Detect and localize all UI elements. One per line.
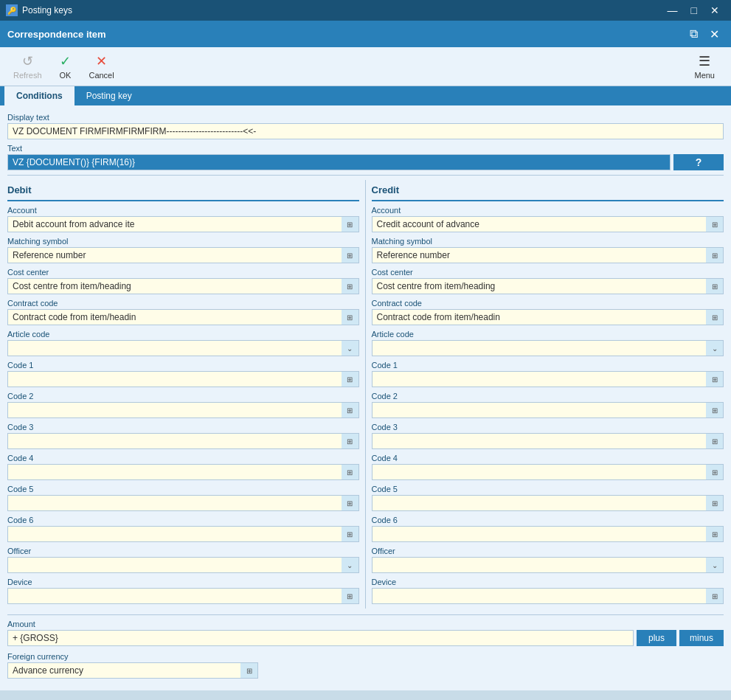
minimize-button[interactable]: — [662,3,684,18]
credit-code2-dropdown[interactable]: ⊞ [706,402,724,418]
debit-article-label: Article code [7,330,359,339]
credit-device-dropdown[interactable]: ⊞ [706,588,724,604]
credit-code6-label: Code 6 [372,516,724,524]
credit-officer-input[interactable] [372,557,724,573]
tab-conditions[interactable]: Conditions [4,86,75,105]
credit-code2-input[interactable] [372,402,724,418]
credit-account-dropdown[interactable]: ⊞ [706,216,724,232]
credit-article-dropdown[interactable]: ⌄ [706,340,724,356]
credit-code4-input[interactable] [372,464,724,480]
ok-icon: ✓ [60,53,71,69]
debit-code5-input[interactable] [7,495,359,511]
credit-article-row: Article code ⌄ [372,330,724,356]
credit-contract-row: Contract code ⊞ [372,299,724,325]
credit-device-label: Device [372,578,724,586]
debit-code5-row: Code 5 ⊞ [7,485,359,511]
credit-code4-label: Code 4 [372,454,724,462]
debit-contract-input[interactable] [7,309,359,325]
foreign-currency-dropdown[interactable]: ⊞ [240,662,258,679]
credit-costcenter-input[interactable] [372,278,724,294]
credit-matching-label: Matching symbol [372,237,724,246]
debit-matching-row: Matching symbol ⊞ [7,237,359,263]
credit-device-input[interactable] [372,588,724,604]
display-text-input[interactable] [7,123,724,139]
ok-button[interactable]: ✓ OK [52,50,79,83]
credit-code3-dropdown[interactable]: ⊞ [706,433,724,449]
credit-article-input[interactable] [372,340,724,356]
debit-officer-dropdown[interactable]: ⌄ [342,557,359,573]
credit-code6-dropdown[interactable]: ⊞ [706,526,724,542]
debit-code1-dropdown[interactable]: ⊞ [342,371,359,387]
debit-officer-input[interactable] [7,557,359,573]
debit-code2-dropdown[interactable]: ⊞ [342,402,359,418]
credit-code3-label: Code 3 [372,423,724,432]
debit-code6-input[interactable] [7,526,359,542]
tab-posting-key[interactable]: Posting key [75,86,144,105]
debit-code4-input[interactable] [7,464,359,480]
debit-code1-input[interactable] [7,371,359,387]
maximize-button[interactable]: □ [685,3,703,18]
debit-article-input[interactable] [7,340,359,356]
debit-device-input[interactable] [7,588,359,604]
credit-code4-row: Code 4 ⊞ [372,454,724,480]
debit-contract-dropdown[interactable]: ⊞ [342,309,359,325]
debit-device-dropdown[interactable]: ⊞ [342,588,359,604]
debit-code1-label: Code 1 [7,361,359,370]
window-ctrl-close[interactable]: ✕ [705,26,724,43]
credit-matching-input[interactable] [372,247,724,263]
credit-code5-dropdown[interactable]: ⊞ [706,495,724,511]
debit-costcenter-dropdown[interactable]: ⊞ [342,278,359,294]
plus-button[interactable]: plus [637,630,676,646]
text-row: Text ? [7,144,724,170]
credit-code6-input[interactable] [372,526,724,542]
text-input[interactable] [7,154,671,170]
debit-code1-row: Code 1 ⊞ [7,361,359,387]
debit-costcenter-input[interactable] [7,278,359,294]
foreign-currency-input[interactable] [7,662,258,679]
debit-code4-dropdown[interactable]: ⊞ [342,464,359,480]
display-text-row: Display text [7,113,724,139]
credit-account-input[interactable] [372,216,724,232]
debit-device-row: Device ⊞ [7,578,359,604]
credit-code3-input[interactable] [372,433,724,449]
debit-account-row: Account ⊞ [7,206,359,232]
debit-matching-dropdown[interactable]: ⊞ [342,247,359,263]
debit-account-dropdown[interactable]: ⊞ [342,216,359,232]
main-content: Display text Text ? Debit Account ⊞ [0,105,731,690]
debit-code6-dropdown[interactable]: ⊞ [342,526,359,542]
credit-code1-label: Code 1 [372,361,724,370]
foreign-currency-section: Foreign currency ⊞ [7,652,724,679]
title-bar-text: Posting keys [22,5,72,15]
debit-account-input[interactable] [7,216,359,232]
credit-code1-dropdown[interactable]: ⊞ [706,371,724,387]
debit-code3-row: Code 3 ⊞ [7,423,359,449]
debit-code3-label: Code 3 [7,423,359,432]
credit-code5-input[interactable] [372,495,724,511]
refresh-button[interactable]: ↺ Refresh [6,50,49,83]
credit-contract-dropdown[interactable]: ⊞ [706,309,724,325]
debit-matching-input[interactable] [7,247,359,263]
cancel-button[interactable]: ✕ Cancel [81,50,121,83]
amount-label: Amount [7,620,724,628]
credit-matching-dropdown[interactable]: ⊞ [706,247,724,263]
text-label: Text [7,144,724,153]
debit-code3-dropdown[interactable]: ⊞ [342,433,359,449]
credit-code1-input[interactable] [372,371,724,387]
credit-officer-dropdown[interactable]: ⌄ [706,557,724,573]
debit-article-dropdown[interactable]: ⌄ [342,340,359,356]
amount-input[interactable] [7,630,634,646]
debit-account-label: Account [7,206,359,215]
debit-section: Debit Account ⊞ Matching symbol ⊞ Cost c… [7,180,366,609]
debit-code5-dropdown[interactable]: ⊞ [342,495,359,511]
debit-code3-input[interactable] [7,433,359,449]
help-button[interactable]: ? [673,154,724,170]
window-ctrl-1[interactable]: ⧉ [685,26,702,43]
debit-code2-input[interactable] [7,402,359,418]
close-button[interactable]: ✕ [704,3,725,18]
minus-button[interactable]: minus [679,630,724,646]
menu-button[interactable]: ☰ Menu [684,50,725,83]
credit-code4-dropdown[interactable]: ⊞ [706,464,724,480]
credit-contract-input[interactable] [372,309,724,325]
credit-costcenter-dropdown[interactable]: ⊞ [706,278,724,294]
credit-code5-row: Code 5 ⊞ [372,485,724,511]
